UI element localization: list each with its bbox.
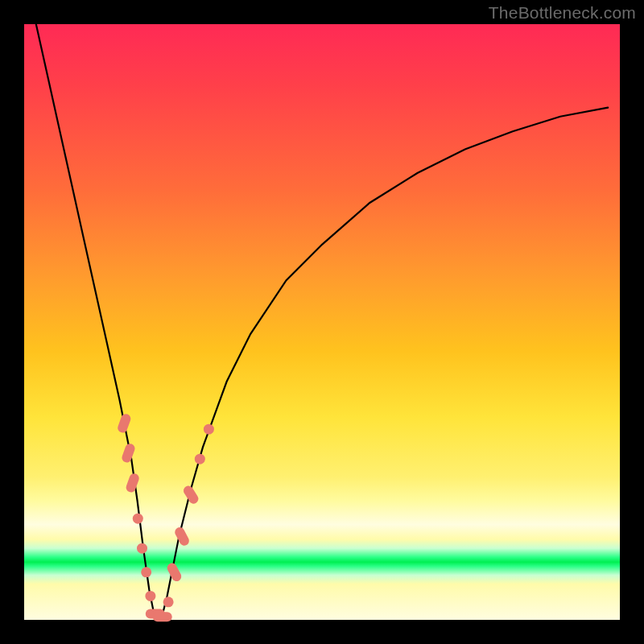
marker-dot	[204, 424, 214, 435]
marker-pill	[173, 526, 191, 547]
marker-pill	[182, 484, 200, 506]
marker-dot	[137, 543, 147, 554]
watermark-text: TheBottleneck.com	[489, 3, 636, 23]
marker-dot	[141, 567, 151, 577]
marker-pill	[121, 442, 136, 464]
marker-pill	[166, 561, 184, 583]
highlight-markers	[117, 412, 214, 621]
marker-dot	[145, 591, 155, 601]
marker-pill	[153, 612, 172, 621]
bottleneck-curve	[36, 24, 608, 620]
marker-pill	[117, 412, 132, 434]
marker-pill	[125, 472, 140, 493]
chart-svg	[24, 24, 620, 620]
plot-area	[24, 24, 620, 620]
marker-dot	[195, 454, 205, 464]
chart-frame: TheBottleneck.com	[0, 0, 644, 644]
marker-dot	[163, 597, 174, 607]
marker-dot	[133, 514, 143, 524]
